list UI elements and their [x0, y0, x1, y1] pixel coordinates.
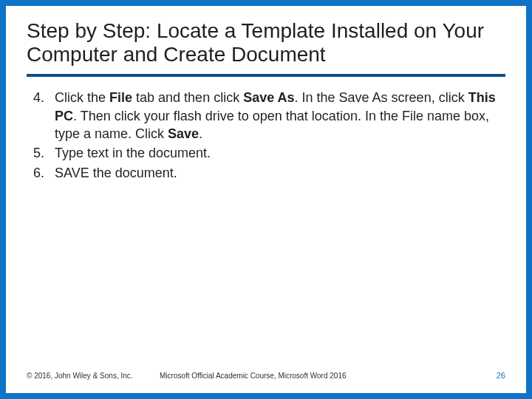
step-number: 6. [27, 164, 55, 182]
step-text: Click the File tab and then click Save A… [55, 89, 505, 143]
page-number: 26 [497, 371, 505, 380]
list-item: 6. SAVE the document. [27, 164, 505, 182]
step-text: SAVE the document. [55, 164, 505, 182]
slide-content: 4. Click the File tab and then click Sav… [27, 89, 505, 366]
slide-title: Step by Step: Locate a Template Installe… [27, 19, 505, 77]
step-number: 5. [27, 144, 55, 162]
slide: Step by Step: Locate a Template Installe… [6, 6, 526, 393]
copyright-text: © 2016, John Wiley & Sons, Inc. [27, 372, 160, 380]
list-item: 5. Type text in the document. [27, 144, 505, 162]
step-number: 4. [27, 89, 55, 143]
step-text: Type text in the document. [55, 144, 505, 162]
slide-footer: © 2016, John Wiley & Sons, Inc. Microsof… [27, 366, 505, 380]
step-list: 4. Click the File tab and then click Sav… [27, 89, 505, 181]
list-item: 4. Click the File tab and then click Sav… [27, 89, 505, 143]
course-text: Microsoft Official Academic Course, Micr… [160, 372, 497, 380]
